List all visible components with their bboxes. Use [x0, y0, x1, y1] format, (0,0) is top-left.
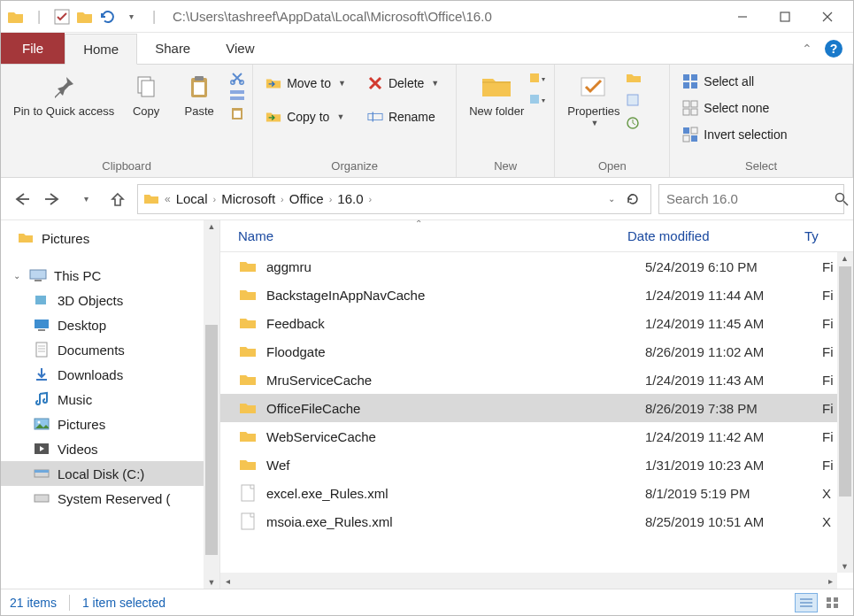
- tab-share[interactable]: Share: [137, 33, 208, 64]
- new-item-icon[interactable]: ▾: [529, 72, 547, 84]
- address-bar[interactable]: « Local›Microsoft›Office›16.0› ⌄: [137, 184, 651, 214]
- qat-customize-icon[interactable]: ▾: [121, 7, 141, 27]
- copy-path-icon[interactable]: [229, 89, 245, 102]
- group-organize: Move to▼ Copy to▼ Delete▼ Rename: [253, 65, 457, 177]
- this-pc-icon: [29, 267, 47, 283]
- scroll-thumb[interactable]: [839, 266, 851, 497]
- new-folder-icon[interactable]: [75, 7, 95, 27]
- rename-button[interactable]: Rename: [362, 107, 444, 127]
- nav-item-icon: [33, 466, 50, 481]
- address-dropdown-icon[interactable]: ⌄: [608, 194, 615, 204]
- file-name: excel.exe_Rules.xml: [266, 486, 645, 501]
- select-none-button[interactable]: Select none: [677, 98, 792, 118]
- file-row[interactable]: WebServiceCache1/24/2019 11:42 AMFi: [220, 422, 837, 450]
- nav-item[interactable]: 3D Objects: [1, 288, 219, 312]
- tab-file[interactable]: File: [1, 33, 65, 64]
- file-row[interactable]: Floodgate8/26/2019 11:02 AMFi: [220, 337, 837, 366]
- refresh-button[interactable]: [620, 187, 645, 212]
- search-input[interactable]: [666, 191, 835, 206]
- file-row[interactable]: OfficeFileCache8/26/2019 7:38 PMFi: [220, 394, 837, 422]
- nav-item[interactable]: Documents: [1, 337, 219, 362]
- up-button[interactable]: [105, 187, 130, 212]
- nav-item[interactable]: Music: [1, 387, 219, 412]
- nav-pictures-quick[interactable]: Pictures: [1, 226, 219, 250]
- scroll-left-icon[interactable]: ◂: [220, 574, 235, 587]
- pin-icon: [47, 70, 81, 104]
- delete-button[interactable]: Delete▼: [362, 73, 444, 93]
- file-row[interactable]: msoia.exe_Rules.xml8/25/2019 10:51 AMX: [220, 507, 837, 535]
- forward-button[interactable]: [42, 187, 66, 212]
- scroll-down-icon[interactable]: ▼: [841, 562, 849, 571]
- edit-icon[interactable]: [626, 93, 642, 107]
- pin-to-quick-access-button[interactable]: Pin to Quick access: [8, 68, 119, 120]
- search-box[interactable]: [658, 184, 844, 214]
- column-type[interactable]: Ty: [804, 228, 853, 243]
- chevron-right-icon[interactable]: ›: [281, 194, 284, 204]
- nav-item-icon: [33, 441, 50, 457]
- invert-selection-button[interactable]: Invert selection: [677, 125, 792, 144]
- copy-button[interactable]: Copy: [119, 68, 173, 120]
- back-button[interactable]: [10, 187, 35, 212]
- nav-item[interactable]: Downloads: [1, 362, 219, 387]
- breadcrumb-segment[interactable]: Microsoft: [221, 191, 275, 206]
- search-icon[interactable]: [835, 192, 849, 206]
- file-row[interactable]: Feedback1/24/2019 11:45 AMFi: [220, 309, 837, 337]
- scroll-down-icon[interactable]: ▼: [208, 578, 216, 587]
- close-button[interactable]: [807, 4, 848, 30]
- large-icons-view-button[interactable]: [821, 593, 844, 612]
- nav-item[interactable]: Desktop: [1, 312, 219, 337]
- breadcrumb-segment[interactable]: 16.0: [337, 191, 363, 206]
- nav-item[interactable]: Pictures: [1, 412, 219, 436]
- tab-view[interactable]: View: [208, 33, 272, 64]
- file-row[interactable]: Wef1/31/2019 10:23 AMFi: [220, 450, 837, 479]
- navigation-pane: Pictures ⌄ This PC 3D ObjectsDesktopDocu…: [1, 220, 220, 589]
- cut-icon[interactable]: [229, 70, 245, 86]
- nav-item[interactable]: Local Disk (C:): [1, 461, 219, 486]
- history-icon[interactable]: [626, 116, 642, 130]
- easy-access-icon[interactable]: ▾: [529, 93, 547, 105]
- horizontal-scrollbar[interactable]: ◂ ▸: [220, 573, 837, 589]
- chevron-right-icon[interactable]: ›: [369, 194, 373, 204]
- properties-button[interactable]: Properties ▼: [562, 68, 625, 129]
- file-row[interactable]: aggmru5/24/2019 6:10 PMFi: [220, 252, 837, 281]
- content-scrollbar[interactable]: ▲ ▼: [837, 252, 853, 573]
- chevron-right-icon[interactable]: ›: [213, 194, 217, 204]
- column-name[interactable]: Name: [238, 228, 627, 243]
- minimize-button[interactable]: [722, 4, 763, 30]
- breadcrumb-segment[interactable]: Local: [176, 191, 208, 206]
- scroll-up-icon[interactable]: ▲: [841, 254, 849, 263]
- undo-icon[interactable]: [98, 7, 118, 27]
- nav-item[interactable]: System Reserved (: [1, 486, 219, 511]
- file-row[interactable]: MruServiceCache1/24/2019 11:43 AMFi: [220, 366, 837, 394]
- select-none-icon: [682, 100, 698, 116]
- select-all-button[interactable]: Select all: [677, 72, 792, 91]
- properties-check-icon[interactable]: [52, 7, 72, 27]
- recent-locations-button[interactable]: ▾: [73, 187, 98, 212]
- column-headers[interactable]: ⌃ Name Date modified Ty: [220, 220, 853, 252]
- maximize-button[interactable]: [765, 4, 805, 30]
- scroll-right-icon[interactable]: ▸: [823, 574, 837, 587]
- open-icon[interactable]: [626, 72, 642, 84]
- file-row[interactable]: excel.exe_Rules.xml8/1/2019 5:19 PMX: [220, 479, 837, 507]
- nav-scrollbar[interactable]: ▲ ▼: [204, 220, 219, 589]
- column-date[interactable]: Date modified: [627, 228, 804, 243]
- chevron-right-icon[interactable]: ›: [329, 194, 333, 204]
- scroll-thumb[interactable]: [205, 325, 218, 555]
- collapse-ribbon-icon[interactable]: ⌃: [802, 42, 812, 56]
- breadcrumb-segment[interactable]: Office: [289, 191, 324, 206]
- file-row[interactable]: BackstageInAppNavCache1/24/2019 11:44 AM…: [220, 281, 837, 309]
- scroll-up-icon[interactable]: ▲: [208, 222, 216, 231]
- copy-to-button[interactable]: Copy to▼: [260, 107, 351, 127]
- file-type: Fi: [822, 344, 837, 359]
- new-folder-button[interactable]: New folder: [464, 68, 529, 120]
- svg-rect-62: [827, 597, 831, 602]
- paste-shortcut-icon[interactable]: [229, 105, 245, 121]
- address-overflow-icon[interactable]: «: [165, 193, 171, 205]
- nav-this-pc[interactable]: ⌄ This PC: [1, 263, 219, 288]
- nav-item[interactable]: Videos: [1, 436, 219, 461]
- tab-home[interactable]: Home: [65, 34, 137, 65]
- move-to-button[interactable]: Move to▼: [260, 73, 351, 93]
- help-icon[interactable]: ?: [825, 40, 842, 58]
- paste-button[interactable]: Paste: [173, 68, 226, 120]
- details-view-button[interactable]: [795, 593, 818, 612]
